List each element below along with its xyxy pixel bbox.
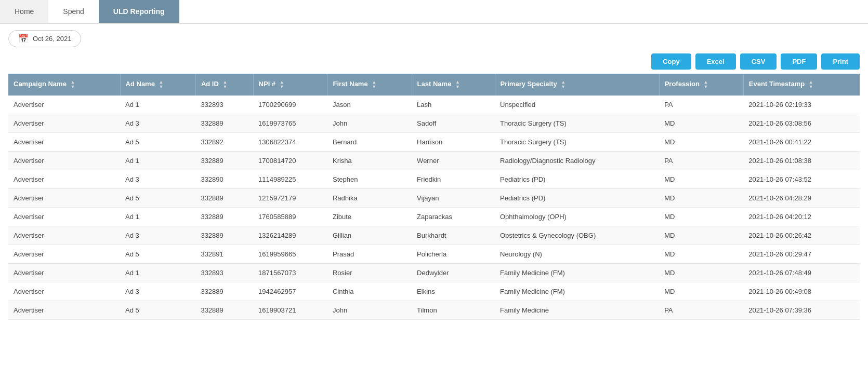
table-cell: Advertiser — [8, 114, 120, 133]
table-cell: Thoracic Surgery (TS) — [495, 114, 659, 133]
table-cell: 1619973765 — [253, 114, 327, 133]
export-buttons-row: Copy Excel CSV PDF Print — [0, 51, 868, 74]
col-ad-id[interactable]: Ad ID ▲▼ — [195, 74, 253, 96]
sort-icon-ad-name: ▲▼ — [159, 80, 164, 89]
table-cell: Pediatrics (PD) — [495, 170, 659, 189]
table-cell: Harrison — [412, 133, 495, 152]
table-row: AdvertiserAd 53328891215972179RadhikaVij… — [8, 189, 860, 208]
table-cell: 332889 — [195, 114, 253, 133]
table-cell: Zibute — [327, 208, 412, 226]
table-row: AdvertiserAd 13328931871567073RosierDedw… — [8, 264, 860, 282]
table-row: AdvertiserAd 33328891619973765JohnSadoff… — [8, 114, 860, 133]
excel-button[interactable]: Excel — [695, 53, 736, 70]
table-cell: 332892 — [195, 133, 253, 152]
table-cell: 332889 — [195, 226, 253, 245]
col-primary-specialty[interactable]: Primary Specialty ▲▼ — [495, 74, 659, 96]
col-campaign-name[interactable]: Campaign Name ▲▼ — [8, 74, 120, 96]
table-cell: 332889 — [195, 301, 253, 320]
table-cell: PA — [659, 301, 743, 320]
tab-uld-reporting[interactable]: ULD Reporting — [99, 0, 179, 23]
table-cell: 2021-10-26 07:39:36 — [743, 301, 860, 320]
table-cell: Ad 3 — [120, 114, 195, 133]
table-cell: 1619959665 — [253, 245, 327, 264]
table-cell: 1215972179 — [253, 189, 327, 208]
copy-button[interactable]: Copy — [651, 53, 691, 70]
table-cell: 332889 — [195, 189, 253, 208]
table-cell: MD — [659, 170, 743, 189]
table-cell: Advertiser — [8, 152, 120, 170]
table-cell: PA — [659, 96, 743, 114]
table-cell: 332893 — [195, 264, 253, 282]
sort-icon-last-name: ▲▼ — [455, 80, 460, 89]
table-cell: MD — [659, 208, 743, 226]
table-cell: 1871567073 — [253, 264, 327, 282]
col-event-timestamp[interactable]: Event Timestamp ▲▼ — [743, 74, 860, 96]
table-cell: 332889 — [195, 152, 253, 170]
col-ad-name[interactable]: Ad Name ▲▼ — [120, 74, 195, 96]
pdf-button[interactable]: PDF — [781, 53, 817, 70]
table-cell: MD — [659, 133, 743, 152]
col-last-name[interactable]: Last Name ▲▼ — [412, 74, 495, 96]
table-cell: Thoracic Surgery (TS) — [495, 133, 659, 152]
table-cell: Ad 5 — [120, 133, 195, 152]
table-cell: Family Medicine (FM) — [495, 282, 659, 301]
table-row: AdvertiserAd 33328891326214289GillianBur… — [8, 226, 860, 245]
table-cell: Policherla — [412, 245, 495, 264]
table-row: AdvertiserAd 53328891619903721JohnTilmon… — [8, 301, 860, 320]
table-cell: 332889 — [195, 208, 253, 226]
table-cell: Sadoff — [412, 114, 495, 133]
table-cell: Dedwylder — [412, 264, 495, 282]
table-cell: Ad 1 — [120, 152, 195, 170]
table-cell: Ad 1 — [120, 208, 195, 226]
table-cell: Ad 1 — [120, 96, 195, 114]
table-cell: Tilmon — [412, 301, 495, 320]
table-cell: 1306822374 — [253, 133, 327, 152]
table-cell: PA — [659, 152, 743, 170]
controls-row: 📅 Oct 26, 2021 — [0, 24, 868, 51]
table-cell: Krisha — [327, 152, 412, 170]
table-cell: MD — [659, 245, 743, 264]
sort-icon-event-timestamp: ▲▼ — [809, 80, 813, 89]
table-cell: 2021-10-26 01:08:38 — [743, 152, 860, 170]
data-table-container: Campaign Name ▲▼ Ad Name ▲▼ Ad ID ▲▼ NPI… — [0, 74, 868, 328]
col-first-name[interactable]: First Name ▲▼ — [327, 74, 412, 96]
table-cell: Advertiser — [8, 170, 120, 189]
table-cell: Jason — [327, 96, 412, 114]
table-cell: MD — [659, 226, 743, 245]
table-cell: Elkins — [412, 282, 495, 301]
table-cell: John — [327, 114, 412, 133]
table-cell: Family Medicine — [495, 301, 659, 320]
csv-button[interactable]: CSV — [740, 53, 777, 70]
table-cell: Prasad — [327, 245, 412, 264]
table-cell: 332890 — [195, 170, 253, 189]
table-cell: Ad 1 — [120, 264, 195, 282]
table-row: AdvertiserAd 53328911619959665PrasadPoli… — [8, 245, 860, 264]
table-cell: MD — [659, 189, 743, 208]
tab-spend[interactable]: Spend — [48, 0, 98, 23]
tab-bar: Home Spend ULD Reporting — [0, 0, 868, 24]
table-cell: Friedkin — [412, 170, 495, 189]
table-cell: 2021-10-26 04:20:12 — [743, 208, 860, 226]
print-button[interactable]: Print — [821, 53, 860, 70]
table-cell: 1326214289 — [253, 226, 327, 245]
table-cell: 2021-10-26 07:43:52 — [743, 170, 860, 189]
table-row: AdvertiserAd 33328891942462957CinthiaElk… — [8, 282, 860, 301]
table-cell: Bernard — [327, 133, 412, 152]
sort-icon-ad-id: ▲▼ — [222, 80, 227, 89]
table-cell: Ad 3 — [120, 170, 195, 189]
table-row: AdvertiserAd 53328921306822374BernardHar… — [8, 133, 860, 152]
table-cell: 2021-10-26 00:29:47 — [743, 245, 860, 264]
table-cell: MD — [659, 282, 743, 301]
table-cell: Neurology (N) — [495, 245, 659, 264]
table-cell: 2021-10-26 00:49:08 — [743, 282, 860, 301]
table-cell: 2021-10-26 07:48:49 — [743, 264, 860, 282]
table-row: AdvertiserAd 33328901114989225StephenFri… — [8, 170, 860, 189]
col-npi[interactable]: NPI # ▲▼ — [253, 74, 327, 96]
date-picker[interactable]: 📅 Oct 26, 2021 — [8, 30, 81, 47]
table-cell: 1760585889 — [253, 208, 327, 226]
table-cell: 332893 — [195, 96, 253, 114]
table-row: AdvertiserAd 13328891700814720KrishaWern… — [8, 152, 860, 170]
tab-home[interactable]: Home — [0, 0, 48, 23]
table-cell: Zaparackas — [412, 208, 495, 226]
col-profession[interactable]: Profession ▲▼ — [659, 74, 743, 96]
